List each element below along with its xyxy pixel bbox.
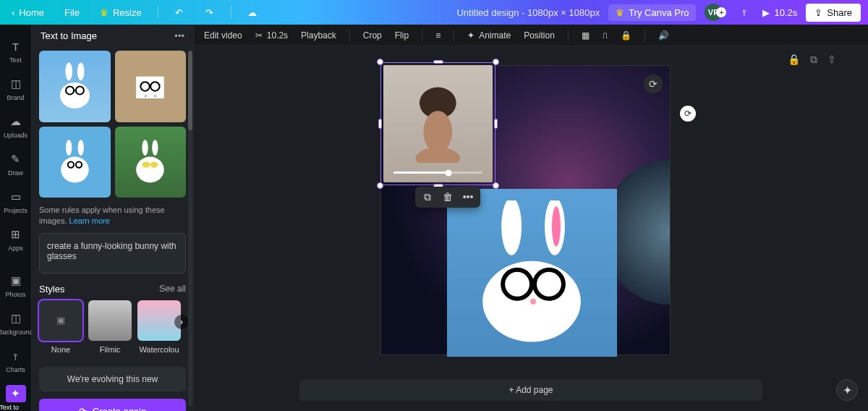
edit-video-button[interactable]: Edit video [204, 30, 242, 41]
design-title[interactable]: Untitled design - 1080px × 1080px [456, 7, 600, 18]
svg-point-2 [77, 62, 85, 80]
file-menu[interactable]: File [60, 4, 84, 21]
separator [454, 29, 454, 42]
canvas-viewport[interactable]: 🔒 ⧉ ⇪ ⟳ ⟳ [194, 46, 868, 373]
generated-image-4[interactable] [115, 127, 187, 198]
try-pro-button[interactable]: ♛ Try Canva Pro [608, 4, 696, 21]
pencil-icon: ✎ [6, 151, 26, 168]
rail-photos[interactable]: ▣Photos [0, 268, 32, 302]
analytics-button[interactable]: ⫯ [735, 3, 754, 22]
selection-outline [380, 62, 495, 185]
scrollbar-thumb[interactable] [188, 51, 192, 130]
playback-button[interactable]: Playback [301, 30, 336, 41]
generated-image-3[interactable] [39, 127, 111, 198]
create-again-button[interactable]: ⟳ Create again [39, 399, 186, 411]
generated-image-1[interactable] [39, 51, 111, 122]
add-member-button[interactable]: + [716, 7, 726, 17]
rail-uploads[interactable]: ☁Uploads [0, 109, 32, 143]
grid-icon: ⊞ [6, 226, 26, 243]
duplicate-element-button[interactable]: ⧉ [421, 191, 434, 203]
rail-projects[interactable]: ▭Projects [0, 184, 32, 219]
canvas-bunny-image[interactable] [447, 189, 617, 357]
svg-point-18 [142, 140, 148, 156]
svg-point-20 [142, 162, 150, 168]
rail-charts[interactable]: ⫯Charts [0, 343, 32, 378]
delete-element-button[interactable]: 🗑 [441, 191, 454, 203]
chart-icon: ⫯ [6, 347, 26, 365]
copy-style-button[interactable]: ⎍ [603, 30, 608, 41]
cloud-sync-button[interactable]: ☁ [243, 3, 262, 22]
upload-icon: ⇪ [827, 54, 836, 65]
home-button[interactable]: ‹ Home [7, 4, 48, 21]
resize-handle-tr[interactable] [493, 59, 499, 65]
resize-button[interactable]: ♛ Resize [95, 4, 146, 21]
separator [349, 29, 350, 42]
regenerate-page-button[interactable]: ⟳ [644, 75, 663, 93]
refresh-icon: ⟳ [79, 406, 87, 411]
menu-icon: ≡ [435, 30, 441, 41]
undo-button[interactable]: ↶ [170, 3, 189, 22]
resize-handle-right[interactable] [494, 119, 498, 129]
lock-page-button[interactable]: 🔒 [788, 54, 800, 66]
home-label: Home [19, 7, 44, 18]
rail-text-to-image[interactable]: ✦Text to Image [0, 381, 32, 411]
preview-play-button[interactable]: ▶ 10.2s [762, 7, 797, 18]
export-page-button[interactable]: ⇪ [827, 54, 836, 66]
sync-icon: ⟳ [684, 109, 692, 119]
separator [231, 6, 231, 19]
panel-more-button[interactable]: ••• [174, 30, 184, 41]
prompt-input[interactable]: create a funny-looking bunny with glasse… [39, 233, 186, 274]
rail-draw[interactable]: ✎Draw [0, 146, 32, 181]
sync-element-button[interactable]: ⟳ [680, 106, 696, 122]
add-page-button[interactable]: + Add page [299, 379, 762, 401]
crown-icon: ♛ [616, 7, 624, 18]
redo-button[interactable]: ↷ [200, 3, 219, 22]
style-filmic[interactable]: Filmic [88, 300, 132, 354]
refresh-icon: ⟳ [649, 78, 658, 90]
more-options-button[interactable]: ≡ [435, 30, 441, 41]
selected-photo-element[interactable] [380, 62, 495, 185]
brand-icon: ◫ [6, 75, 26, 93]
resize-handle-top[interactable] [433, 60, 443, 64]
top-menu-bar: ‹ Home File ♛ Resize ↶ ↷ ☁ Untitled desi… [0, 0, 868, 25]
position-button[interactable]: Position [524, 30, 555, 41]
help-fab[interactable]: ✦ [836, 379, 858, 401]
text-icon: T [6, 38, 26, 55]
rail-brand[interactable]: ◫Brand [0, 71, 32, 106]
style-none[interactable]: ▣ None [39, 300, 82, 354]
generated-image-2[interactable]: >< [115, 51, 187, 122]
redo-icon: ↷ [205, 7, 213, 18]
crop-button[interactable]: Crop [363, 30, 382, 41]
resize-handle-br[interactable] [493, 182, 499, 189]
more-element-button[interactable]: ••• [461, 191, 475, 203]
rail-apps[interactable]: ⊞Apps [0, 221, 32, 256]
svg-point-0 [60, 82, 90, 109]
transparency-button[interactable]: ▦ [582, 30, 590, 41]
play-icon: ▶ [762, 7, 770, 18]
resize-handle-bl[interactable] [377, 182, 383, 189]
see-all-styles[interactable]: See all [159, 284, 186, 294]
learn-more-link[interactable]: Learn more [69, 216, 110, 225]
separator [644, 29, 645, 42]
resize-handle-tl[interactable] [377, 59, 383, 65]
trim-button[interactable]: ✂10.2s [255, 30, 288, 41]
rail-text[interactable]: TText [0, 33, 32, 68]
animate-button[interactable]: ✦Animate [467, 30, 511, 41]
rail-background[interactable]: ◫Background [0, 305, 32, 340]
share-button[interactable]: ⇪ Share [806, 4, 861, 22]
flip-button[interactable]: Flip [395, 30, 409, 41]
sparkle-icon: ✦ [843, 384, 852, 397]
styles-next-button[interactable]: › [174, 315, 189, 329]
resize-handle-left[interactable] [378, 119, 382, 129]
duplicate-page-button[interactable]: ⧉ [810, 54, 817, 66]
duplicate-icon: ⧉ [810, 54, 817, 65]
lock-button[interactable]: 🔒 [621, 30, 631, 41]
svg-point-25 [552, 206, 561, 247]
style-watercolour[interactable]: Watercolou [137, 300, 181, 354]
panel-title: Text to Image [41, 30, 97, 41]
evolving-banner[interactable]: We're evolving this new [39, 367, 186, 391]
panel-scrollbar[interactable] [188, 51, 192, 407]
crown-icon: ♛ [100, 7, 109, 18]
volume-button[interactable]: 🔊 [658, 30, 669, 41]
svg-point-23 [502, 200, 522, 255]
